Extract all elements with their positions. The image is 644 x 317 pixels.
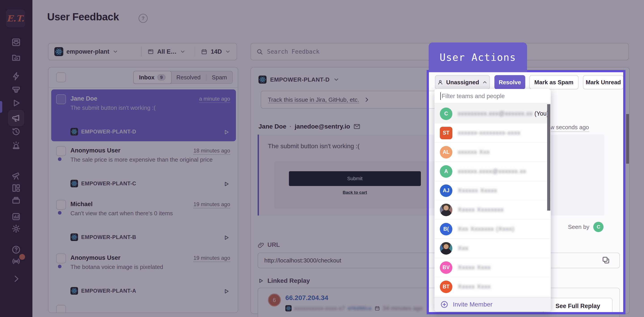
assignee-you-suffix: (You) bbox=[534, 110, 549, 117]
assignee-option[interactable]: BVXxxxx Xxxx bbox=[434, 258, 551, 277]
invite-member-label: Invite Member bbox=[453, 301, 492, 308]
assignee-name-redacted: xxxxxxxxx.xxx@xxxxxx.xx bbox=[458, 110, 533, 117]
assignee-name-redacted: Xxxxx Xxxx bbox=[458, 283, 491, 290]
dim-overlay-top bbox=[0, 0, 644, 72]
assignee-option[interactable]: BTXxxxx Xxxx bbox=[434, 277, 551, 296]
avatar-initials: BV bbox=[440, 261, 452, 274]
avatar-initials: AJ bbox=[440, 184, 452, 197]
assignee-name-redacted: xxxxxx Xxx bbox=[458, 149, 490, 155]
avatar-initials: C bbox=[440, 108, 452, 120]
avatar-initials: ST bbox=[440, 127, 452, 139]
avatar-initials: B( bbox=[440, 223, 452, 236]
assignee-option[interactable]: B(Xxx Xxxxxxx (Xxxx) bbox=[434, 220, 551, 239]
avatar-photo bbox=[440, 204, 452, 216]
user-feedback-page: E.T. User Feedback ? empower-plant All E… bbox=[0, 0, 644, 317]
page-scrollbar[interactable] bbox=[626, 114, 629, 164]
assignee-option[interactable]: STxxxxxx-xxxxxxxx-xxxx bbox=[434, 124, 551, 143]
assignee-name-redacted: Xxxxxx Xxxxx bbox=[458, 187, 497, 194]
assignee-filter-placeholder: Filter teams and people bbox=[442, 93, 505, 100]
text-caret bbox=[440, 92, 441, 100]
assignee-name-redacted: xxxxxx.xxxx@xxxxxx.xx bbox=[458, 168, 526, 174]
assignee-option[interactable]: AJXxxxxx Xxxxx bbox=[434, 181, 551, 200]
assignee-option[interactable]: Axxxxxx.xxxx@xxxxxx.xx bbox=[434, 162, 551, 181]
assignee-name-redacted: Xxx bbox=[458, 245, 468, 252]
circle-plus-icon bbox=[440, 300, 448, 308]
invite-member-button[interactable]: Invite Member bbox=[434, 297, 551, 312]
dim-overlay-left bbox=[0, 72, 429, 312]
avatar-initials: BT bbox=[440, 280, 452, 293]
assignee-option[interactable]: Xxxxx Xxxxxxxx bbox=[434, 200, 551, 220]
avatar-photo bbox=[440, 242, 452, 255]
assignee-name-redacted: xxxxxx-xxxxxxxx-xxxx bbox=[458, 130, 520, 136]
avatar-initials: AL bbox=[440, 146, 452, 158]
assignee-option[interactable]: Cxxxxxxxxx.xxx@xxxxxx.xx (You) bbox=[434, 104, 551, 124]
assignee-name-redacted: Xxxxx Xxxx bbox=[458, 264, 491, 271]
assignee-name-redacted: Xxx Xxxxxxx (Xxxx) bbox=[458, 226, 514, 232]
assignee-filter-input[interactable]: Filter teams and people bbox=[434, 89, 551, 104]
dim-overlay-right bbox=[624, 72, 644, 312]
assignee-option[interactable]: Xxx bbox=[434, 239, 551, 258]
user-actions-callout: User Actions bbox=[429, 42, 527, 72]
assignee-name-redacted: Xxxxx Xxxxxxxx bbox=[458, 206, 504, 213]
avatar-initials: A bbox=[440, 165, 452, 178]
assignee-dropdown: Filter teams and people Cxxxxxxxxx.xxx@x… bbox=[434, 89, 551, 312]
dropdown-scrollbar[interactable] bbox=[547, 104, 550, 210]
assignee-option[interactable]: ALxxxxxx Xxx bbox=[434, 143, 551, 162]
